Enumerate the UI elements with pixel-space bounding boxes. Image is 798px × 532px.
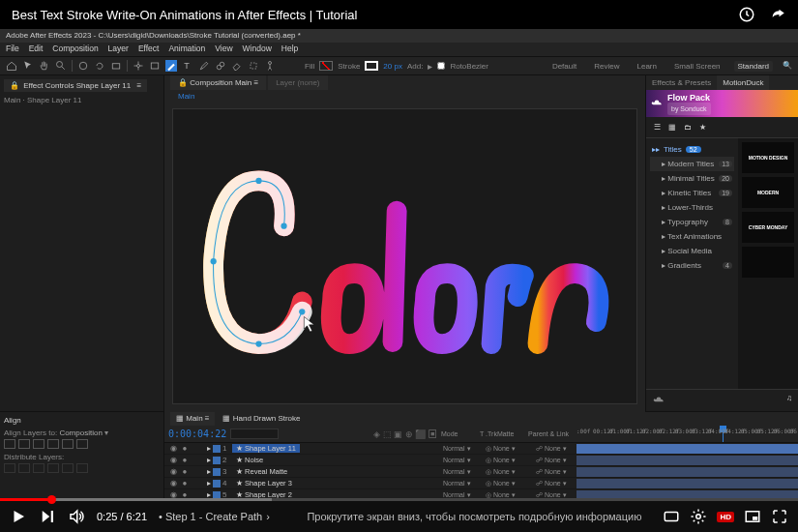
add-arrow-icon[interactable]: ▸ [428,61,432,72]
fill-swatch[interactable] [319,61,333,71]
menu-effect[interactable]: Effect [138,44,160,55]
progress-bar[interactable] [0,498,798,501]
orbit-tool-icon[interactable] [77,60,89,72]
align-right-icon[interactable] [33,439,44,449]
category-titles[interactable]: ▸▸ Titles 52 [650,142,734,157]
composition-viewport[interactable] [172,108,637,404]
fill-label[interactable]: Fill [305,62,314,71]
effect-controls-tab[interactable]: 🔒 Effect Controls Shape Layer 11 ≡ [4,79,147,92]
zoom-tool-icon[interactable] [55,60,67,72]
toolbar: T Fill Stroke 20 px Add: ▸ RotoBezier De… [0,56,798,75]
timeline-tab-stroke[interactable]: ▦ Hand Drawn Stroke [217,412,306,426]
roto-tool-icon[interactable] [248,60,259,72]
category-item[interactable]: ▸ Lower-Thirds [650,200,734,215]
text-tool-icon[interactable]: T [182,60,193,72]
pen-tool-icon[interactable] [165,60,177,72]
template-thumbnail[interactable]: MODERN [742,177,794,208]
menu-view[interactable]: View [215,44,232,55]
menu-layer[interactable]: Layer [108,44,129,55]
sliders-icon[interactable]: ☰ [654,123,661,132]
svg-point-8 [220,62,224,67]
fullscreen-icon[interactable] [771,508,788,525]
composition-tab[interactable]: 🔒 Composition Main ≡ [170,75,266,90]
chapter-label[interactable]: • Step 1 - Create Path› [159,511,270,522]
svg-point-4 [137,65,140,68]
play-button[interactable] [10,508,27,525]
timeline-layer-row[interactable]: ◉●▸2★ NoiseNormal ▾◎ None ▾☍ None ▾ [164,455,798,466]
template-thumbnail[interactable]: CYBER MONDAY [742,212,794,243]
home-icon[interactable] [6,60,17,72]
rotobezier-label: RotoBezier [450,62,488,71]
anchor-tool-icon[interactable] [133,60,144,72]
puppet-tool-icon[interactable] [264,60,276,72]
selection-tool-icon[interactable] [22,60,34,72]
menu-help[interactable]: Help [281,44,298,55]
volume-icon[interactable] [68,508,85,525]
category-item[interactable]: ▸ Kinetic Titles19 [650,186,734,200]
camera-tool-icon[interactable] [110,60,122,72]
menu-window[interactable]: Window [243,44,272,55]
miniplayer-icon[interactable] [744,508,761,525]
category-item[interactable]: ▸ Social Media [650,244,734,258]
timeline-layer-row[interactable]: ◉●▸5★ Shape Layer 2Normal ▾◎ None ▾☍ Non… [164,489,798,498]
template-thumbnail[interactable]: MOTION DESIGN [742,142,794,173]
menu-edit[interactable]: Edit [29,44,44,55]
tab-motionduck[interactable]: MotionDuck [717,75,769,90]
stroke-width[interactable]: 20 px [383,62,402,71]
menu-animation[interactable]: Animation [168,44,205,55]
align-panel-title: Align [4,416,160,425]
align-vcenter-icon[interactable] [62,439,74,449]
pack-subtitle: by Sonduck [671,105,707,112]
search-icon[interactable]: 🔍 [783,61,792,72]
workspace-learn[interactable]: Learn [633,61,660,72]
category-item[interactable]: ▸ Modern Titles13 [650,157,734,171]
eraser-tool-icon[interactable] [231,60,243,72]
timeline-timecode[interactable]: 0:00:04:22 [168,429,226,439]
rect-tool-icon[interactable] [149,60,161,72]
settings-icon[interactable] [690,508,707,525]
timeline-layer-row[interactable]: ◉●▸1★ Shape Layer 11Normal ▾◎ None ▾☍ No… [164,443,798,455]
grid-icon[interactable]: ▦ [668,123,676,132]
clone-tool-icon[interactable] [215,60,226,72]
workspace-small[interactable]: Small Screen [670,61,724,72]
workspace-review[interactable]: Review [590,61,623,72]
category-item[interactable]: ▸ Minimal Titles20 [650,171,734,186]
share-icon[interactable] [769,6,786,23]
time-display: 0:25 / 6:21 [97,511,147,522]
folder-icon[interactable]: 🗀 [684,123,692,132]
workspace-default[interactable]: Default [548,61,580,72]
stroke-label[interactable]: Stroke [338,62,360,71]
menu-composition[interactable]: Composition [52,44,98,55]
timeline-tab-main[interactable]: ▦ Main ≡ [170,412,215,426]
layer-tab[interactable]: Layer (none) [268,75,327,90]
rotobezier-check[interactable] [437,62,445,70]
music-icon[interactable]: ♫ [786,394,792,407]
align-bottom-icon[interactable] [76,439,88,449]
timeline-layer-row[interactable]: ◉●▸4★ Shape Layer 3Normal ▾◎ None ▾☍ Non… [164,478,798,489]
stroke-swatch[interactable] [365,61,378,71]
watch-later-icon[interactable] [738,6,755,23]
brush-tool-icon[interactable] [198,60,210,72]
hand-tool-icon[interactable] [39,60,50,72]
workspace-standard[interactable]: Standard [734,61,773,72]
menu-bar[interactable]: File Edit Composition Layer Effect Anima… [0,43,798,56]
rotate-tool-icon[interactable] [94,60,105,72]
star-icon[interactable]: ★ [699,123,706,132]
align-left-icon[interactable] [4,439,15,449]
cc-icon[interactable] [663,508,680,525]
timeline-search-input[interactable] [230,429,279,439]
category-item[interactable]: ▸ Text Animations [650,229,734,244]
add-label[interactable]: Add: [407,62,423,71]
tab-effects-presets[interactable]: Effects & Presets [646,75,717,90]
category-item[interactable]: ▸ Gradients4 [650,258,734,273]
align-top-icon[interactable] [47,439,59,449]
next-button[interactable] [39,508,56,525]
duck-footer-icon[interactable] [652,394,665,407]
align-to-dropdown[interactable]: Composition [59,429,102,437]
flow-pack-banner[interactable]: Flow Pack by Sonduck [646,90,798,117]
category-item[interactable]: ▸ Typography8 [650,215,734,229]
align-hcenter-icon[interactable] [18,439,30,449]
menu-file[interactable]: File [6,44,19,55]
timeline-layer-row[interactable]: ◉●▸3★ Reveal MatteNormal ▾◎ None ▾☍ None… [164,466,798,478]
template-thumbnail[interactable] [742,247,794,278]
